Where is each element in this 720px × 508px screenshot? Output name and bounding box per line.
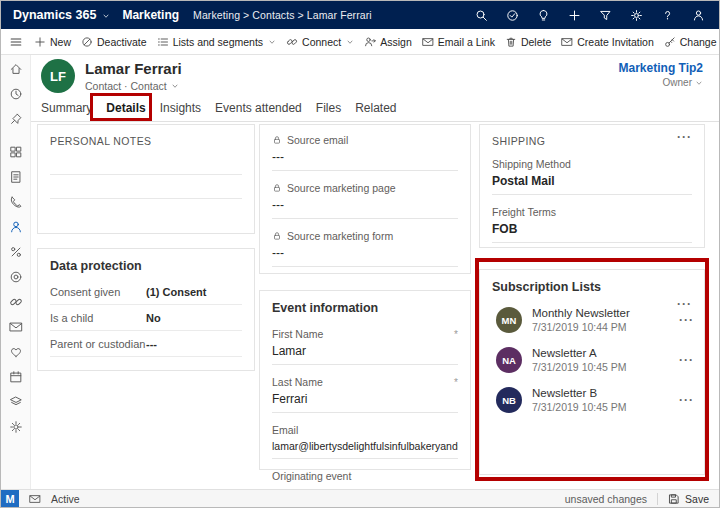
app-name[interactable]: Marketing (122, 8, 179, 22)
connect-button[interactable]: Connect (281, 29, 359, 54)
field-label: Source marketing page (287, 182, 396, 194)
check-circle-icon[interactable] (503, 4, 521, 26)
tab-related[interactable]: Related (353, 97, 398, 121)
owner-field[interactable]: Owner (619, 77, 703, 88)
unsaved-changes-label: unsaved changes (565, 493, 647, 505)
tab-summary[interactable]: Summary (39, 97, 94, 121)
originating-event-field[interactable]: Originating event --- (272, 463, 458, 489)
subscription-item-more-button[interactable]: ··· (679, 393, 694, 407)
sidebar-item-marketing-pages[interactable] (5, 344, 27, 360)
tab-files[interactable]: Files (314, 97, 343, 121)
sidebar-item-leads[interactable] (5, 244, 27, 260)
sidebar-item-tasks[interactable] (5, 394, 27, 410)
notes-line[interactable] (50, 175, 242, 199)
breadcrumb[interactable]: Marketing > Contacts > Lamar Ferrari (193, 9, 372, 21)
tab-insights[interactable]: Insights (158, 97, 203, 121)
subscription-item-more-button[interactable]: ··· (679, 313, 694, 327)
field-value: (1) Consent (146, 286, 207, 298)
avatar: NB (496, 387, 522, 413)
subscription-lists-more-button[interactable]: ··· (677, 298, 692, 310)
account-person-icon[interactable] (689, 4, 707, 26)
sidebar-item-customer-journeys[interactable] (5, 294, 27, 310)
is-a-child-row[interactable]: Is a child No (50, 305, 242, 331)
help-icon[interactable] (658, 4, 676, 26)
person-icon (9, 220, 23, 234)
first-name-field[interactable]: First Name* Lamar (272, 321, 458, 365)
assign-button[interactable]: Assign (359, 29, 417, 54)
clock-icon (9, 87, 23, 101)
lists-and-segments-button[interactable]: Lists and segments (152, 29, 281, 54)
source-email-field[interactable]: Source email --- (272, 127, 458, 171)
filter-icon[interactable] (596, 4, 614, 26)
change-password-button[interactable]: Change Password (659, 29, 719, 54)
new-button[interactable]: New (29, 29, 76, 54)
envelope-icon[interactable] (29, 493, 41, 505)
email-field[interactable]: Email lamar@libertysdelightfulsinfulbake… (272, 417, 458, 459)
contact-header: LF Lamar Ferrari Contact · Contact Marke… (31, 55, 719, 97)
change-password-label: Change Password (680, 36, 719, 48)
required-marker: * (454, 329, 458, 340)
field-value: --- (272, 194, 458, 219)
link-icon (286, 36, 298, 48)
source-marketing-page-field[interactable]: Source marketing page --- (272, 175, 458, 219)
lightbulb-icon[interactable] (534, 4, 552, 26)
source-marketing-form-field[interactable]: Source marketing form --- (272, 223, 458, 267)
sidebar-item-activities[interactable] (5, 169, 27, 185)
delete-button[interactable]: Delete (500, 29, 556, 54)
subscription-list-item[interactable]: MN Monthly Newsletter 7/31/2019 10:44 PM… (480, 300, 704, 340)
sidebar-item-events[interactable] (5, 369, 27, 385)
sidebar-item-pinned[interactable] (5, 111, 27, 127)
sidebar-item-home[interactable] (5, 61, 27, 77)
lock-icon (272, 231, 282, 241)
last-name-field[interactable]: Last Name* Ferrari (272, 369, 458, 413)
form-tabs: Summary Details Insights Events attended… (31, 97, 719, 122)
contact-name: Lamar Ferrari (85, 60, 182, 77)
column-3: ··· SHIPPING Shipping Method Postal Mail… (479, 122, 705, 475)
tab-events-attended[interactable]: Events attended (213, 97, 304, 121)
command-bar: New Deactivate Lists and segments Connec… (1, 29, 719, 55)
dynamics-365-brand[interactable]: Dynamics 365 (13, 8, 96, 22)
m-badge[interactable]: M (1, 490, 19, 508)
plus-icon[interactable] (565, 4, 583, 26)
record-type[interactable]: Contact · Contact (85, 80, 182, 92)
subscription-list-item[interactable]: NB Newsletter B 7/31/2019 10:45 PM ··· (480, 380, 704, 420)
owner-link[interactable]: Marketing Tip2 (619, 61, 703, 75)
email-a-link-button[interactable]: Email a Link (417, 29, 500, 54)
field-value: --- (272, 242, 458, 267)
subscription-item-text: Newsletter A 7/31/2019 10:45 PM (532, 347, 627, 373)
chevron-down-icon (346, 38, 354, 46)
consent-given-row[interactable]: Consent given (1) Consent (50, 279, 242, 305)
subscription-list-item[interactable]: NA Newsletter A 7/31/2019 10:45 PM ··· (480, 340, 704, 380)
shipping-more-button[interactable]: ··· (677, 131, 692, 143)
sidebar-item-settings[interactable] (5, 419, 27, 435)
create-invitation-button[interactable]: Create Invitation (556, 29, 658, 54)
mail-icon (9, 320, 23, 334)
sidebar-item-recent[interactable] (5, 86, 27, 102)
owner-label: Owner (663, 77, 692, 88)
chevron-down-icon (171, 82, 179, 90)
parent-or-custodian-row[interactable]: Parent or custodian --- (50, 331, 242, 357)
subscription-name: Newsletter B (532, 387, 627, 399)
subscription-date: 7/31/2019 10:44 PM (532, 321, 630, 333)
gear-icon[interactable] (627, 4, 645, 26)
field-value: Postal Mail (492, 170, 692, 195)
subscription-lists-title: Subscription Lists (480, 270, 704, 300)
deactivate-button[interactable]: Deactivate (76, 29, 152, 54)
sidebar-item-phone-calls[interactable] (5, 194, 27, 210)
notes-line[interactable] (50, 151, 242, 175)
contact-title-block: Lamar Ferrari Contact · Contact (85, 60, 182, 92)
search-icon[interactable] (472, 4, 490, 26)
freight-terms-field[interactable]: Freight Terms FOB (492, 199, 692, 243)
hamburger-menu-icon[interactable] (7, 35, 29, 49)
sidebar-item-contacts[interactable] (5, 219, 27, 235)
save-button[interactable]: Save (668, 493, 719, 505)
sidebar-item-segments[interactable] (5, 269, 27, 285)
target-icon (9, 270, 23, 284)
sidebar-item-marketing-emails[interactable] (5, 319, 27, 335)
shipping-method-field[interactable]: Shipping Method Postal Mail (492, 151, 692, 195)
envelope-icon (561, 36, 573, 48)
list-icon (157, 36, 169, 48)
tab-details[interactable]: Details (104, 97, 147, 121)
sidebar-item-dashboards[interactable] (5, 144, 27, 160)
subscription-item-more-button[interactable]: ··· (679, 353, 694, 367)
